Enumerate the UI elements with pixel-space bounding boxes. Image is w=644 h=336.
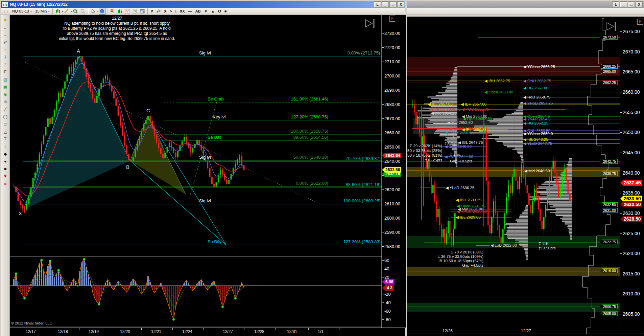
focus-marker[interactable]: F <box>389 16 395 22</box>
tool-icon[interactable]: ⇄ <box>2 39 9 46</box>
tool-icon[interactable]: I <box>2 53 9 61</box>
chevron-down-icon[interactable]: ▾ <box>62 10 63 13</box>
close-button[interactable]: X <box>397 1 404 7</box>
interval-selector[interactable]: 15 Min▾ <box>33 8 51 14</box>
minimize-button[interactable]: _ <box>620 1 627 7</box>
instrument-selector[interactable]: NQ 03-13▾ <box>10 8 33 14</box>
drawing-glyph-button[interactable]: ■ <box>223 9 229 13</box>
market-analyzer-button[interactable] <box>117 8 123 15</box>
tool-icon[interactable]: → <box>2 31 9 39</box>
cursor-tool-button[interactable] <box>90 8 97 15</box>
svg-text:◀ YClose 2666.25: ◀ YClose 2666.25 <box>523 65 555 69</box>
drawing-glyph-button[interactable]: I <box>174 9 178 13</box>
drawing-glyph-button[interactable]: ▲ <box>209 9 216 13</box>
copyright: © 2012 NinjaTrader, LLC <box>11 321 52 325</box>
tool-icon[interactable]: ◆ <box>2 150 9 158</box>
drawing-glyph-button[interactable]: AB <box>194 9 202 13</box>
tool-icon[interactable]: ■ <box>2 165 9 173</box>
tool-icon[interactable]: T <box>2 135 9 143</box>
tool-icon[interactable]: △ <box>2 128 9 135</box>
annotation-line: 12/27 <box>39 16 195 21</box>
chart-annotation: 12/27 NQ attempting to hold below curren… <box>39 16 195 41</box>
price-tick: 2730.00 <box>384 31 400 36</box>
tool-icon[interactable]: ▤ <box>2 76 9 83</box>
zoom-in-button[interactable] <box>72 8 79 15</box>
svg-text:◀ IBL 2648.25: ◀ IBL 2648.25 <box>523 137 548 141</box>
focus-marker[interactable]: F <box>637 19 643 25</box>
tool-icon[interactable]: / <box>2 61 9 68</box>
price-tick: 2670.00 <box>623 49 640 54</box>
svg-text:88.60% (2621.16): 88.60% (2621.16) <box>346 182 381 187</box>
drawing-glyph-button[interactable]: ≠ <box>149 9 154 13</box>
tool-icon[interactable]: ◯ <box>2 113 9 120</box>
calendar-button[interactable] <box>139 8 146 15</box>
price-tick: 2660.00 <box>384 130 400 135</box>
price-badge: 2628.50 <box>620 216 642 222</box>
tool-icon[interactable]: ● <box>2 158 9 165</box>
maximize-button[interactable]: □ <box>628 1 635 7</box>
tool-icon[interactable]: □ <box>2 120 9 128</box>
right-window-titlebar[interactable]: L_□X <box>407 1 644 8</box>
level-badge: 2642.75 <box>600 159 618 164</box>
price-badge: 2633.50 <box>620 196 642 202</box>
svg-text:X: X <box>19 210 22 216</box>
svg-text:88.60% (2654.56): 88.60% (2654.56) <box>293 135 328 140</box>
zoom-out-button[interactable] <box>79 8 86 15</box>
close-button[interactable]: X <box>636 1 643 7</box>
indicator-axis[interactable]: 604020-20-40-60-806.98-4.3 <box>382 256 406 328</box>
drawing-glyph-button[interactable]: ▼ <box>202 9 209 13</box>
svg-text:0.00% (2713.75): 0.00% (2713.75) <box>348 50 380 55</box>
svg-text:◀ YLoD 2636.25: ◀ YLoD 2636.25 <box>446 186 474 190</box>
price-chart[interactable]: Sig lvl0.00% (2713.75)Be Crab161.80% (26… <box>10 15 382 256</box>
tool-icon[interactable]: ▦ <box>2 83 9 91</box>
draw-tool-button[interactable] <box>63 8 70 15</box>
layout-button[interactable]: L <box>374 1 381 7</box>
layout-button[interactable]: L <box>612 1 619 7</box>
pan-tool-button[interactable] <box>99 8 105 15</box>
right-chart-window: L_□X ◀ YClose 2666.25◀ IBH 2662.75◀ ONH … <box>406 0 644 336</box>
drawing-glyph-button[interactable]: XX <box>178 9 187 13</box>
drawing-glyph-button[interactable]: X <box>162 9 168 13</box>
tool-icon[interactable]: ⊕ <box>2 98 9 106</box>
price-tick: 2630.00 <box>623 210 640 216</box>
indicator-panel[interactable] <box>10 256 382 328</box>
price-badge: 2643.64 <box>382 153 401 158</box>
annotation-line: to Butterfly PRZ w/ scaling pts at 2621.… <box>39 26 195 31</box>
tool-icon[interactable]: ↑ <box>2 143 9 150</box>
left-price-axis[interactable]: F2730.002720.002710.002700.002690.002680… <box>382 15 406 256</box>
chevron-down-icon[interactable]: ▾ <box>97 10 98 13</box>
chart-trader-button[interactable] <box>109 8 116 15</box>
tool-icon[interactable]: ▼ <box>2 173 9 180</box>
chevron-down-icon[interactable]: ▾ <box>70 10 72 13</box>
level-badge: 2632.50 <box>600 202 618 207</box>
drawing-glyph-button[interactable]: > <box>168 9 173 13</box>
tool-icon[interactable]: ╱ <box>2 106 9 113</box>
tool-icon[interactable]: ■ <box>2 16 9 24</box>
svg-text:100.00% (2609.25): 100.00% (2609.25) <box>343 198 381 203</box>
account-data-button[interactable]: $ <box>132 8 138 15</box>
price-tick: 2640.00 <box>384 159 400 164</box>
date-label: 12/17 <box>26 329 36 334</box>
chart-style-button[interactable] <box>54 8 61 15</box>
price-tick: 2680.00 <box>384 102 400 107</box>
toolbar-grip[interactable]: ⋮⋮ <box>3 9 9 13</box>
tool-icon[interactable]: ◆ <box>2 180 9 187</box>
tool-icon[interactable]: ◉ <box>2 91 9 98</box>
profile-chart[interactable]: ◀ YClose 2666.25◀ IBH 2662.75◀ ONH 2662.… <box>407 17 620 334</box>
tool-icon[interactable]: F <box>2 68 9 76</box>
svg-text:◀ LoD 2622.00: ◀ LoD 2622.00 <box>491 243 517 247</box>
right-price-axis[interactable]: F2675.002670.002665.002660.002655.002650… <box>620 17 644 334</box>
price-tick: 2580.00 <box>384 244 400 249</box>
svg-text:◀ Close 2650.00: ◀ Close 2650.00 <box>445 131 474 135</box>
drawing-glyph-button[interactable]: — <box>187 9 194 13</box>
maximize-button[interactable]: □ <box>389 1 397 7</box>
drawing-glyph-button[interactable]: √≡ <box>155 9 162 13</box>
mini-chart-button[interactable] <box>124 8 131 15</box>
tool-icon[interactable]: ↔ <box>2 24 9 31</box>
indicator-badge: -4.3 <box>382 285 394 291</box>
tool-icon[interactable]: − <box>2 46 9 53</box>
svg-text:◀ Mid 2654.25: ◀ Mid 2654.25 <box>431 111 456 115</box>
drawing-glyph-button[interactable]: O <box>216 9 223 13</box>
minimize-button[interactable]: _ <box>382 1 389 7</box>
left-window-titlebar[interactable]: NQ 03-13 (15 Min) 12/27/2012 L_□X <box>1 1 405 8</box>
